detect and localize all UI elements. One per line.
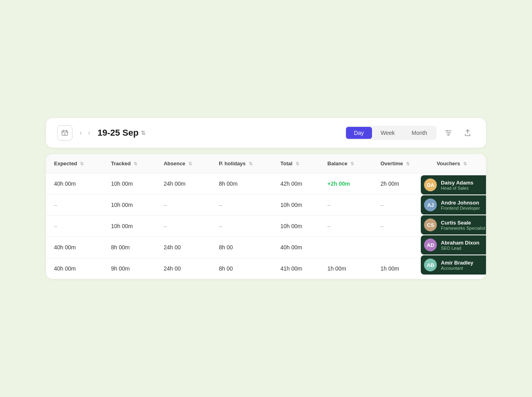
cell-total: 10h 00m: [272, 216, 320, 237]
tab-day[interactable]: Day: [346, 127, 372, 139]
nav-arrows: ‹ ›: [77, 128, 93, 138]
sort-icon-expected: ⇅: [80, 161, 84, 166]
calendar-icon: 23: [61, 129, 68, 136]
filter-icon-btn[interactable]: [441, 126, 456, 140]
cell-expected: 40h 00m: [46, 237, 103, 258]
col-header-overtime[interactable]: Overtime ⇅: [372, 154, 429, 173]
employee-role: Head of Sales: [441, 186, 473, 190]
tab-month[interactable]: Month: [404, 127, 435, 139]
cell-total: 41h 00m: [272, 258, 320, 279]
cell-absence: 24h 00: [156, 258, 211, 279]
prev-arrow-btn[interactable]: ‹: [77, 128, 84, 138]
svg-point-8: [447, 130, 448, 132]
time-table: Expected ⇅ Tracked ⇅ Absence ⇅ P. holida…: [46, 154, 486, 279]
tab-week[interactable]: Week: [373, 127, 403, 139]
cell-balance: –: [320, 194, 373, 216]
employee-role: Frameworks Specialist: [441, 226, 485, 231]
date-range-display: 19-25 Sep ⇅: [98, 128, 146, 138]
table-row: 40h 00m9h 00m24h 008h 0041h 00m1h 00m1h …: [46, 258, 486, 279]
table-card: Expected ⇅ Tracked ⇅ Absence ⇅ P. holida…: [46, 154, 486, 279]
employee-info: Amir BradleyAccountant: [441, 260, 473, 271]
sort-icon-vouchers: ⇅: [463, 161, 467, 166]
cell-expected: 40h 00m: [46, 258, 103, 279]
col-header-p-holidays[interactable]: P. holidays ⇅: [211, 154, 272, 173]
avatar: AJ: [424, 198, 437, 211]
table-row: 40h 00m8h 00m24h 008h 0040h 00m2: [46, 237, 486, 258]
cell-tracked: 10h 00m: [103, 173, 156, 194]
col-header-absence[interactable]: Absence ⇅: [156, 154, 211, 173]
employee-badge[interactable]: ADAbraham DixonSEO Lead: [421, 235, 486, 255]
calendar-icon-btn[interactable]: 23: [57, 125, 72, 140]
col-header-total[interactable]: Total ⇅: [272, 154, 320, 173]
employee-info: Andre JohnsonFrontend Developer: [441, 200, 480, 211]
employee-role: Frontend Developer: [441, 206, 480, 211]
cell-tracked: 10h 00m: [103, 216, 156, 237]
cell-overtime: –: [372, 194, 429, 216]
sort-icon-total: ⇅: [296, 161, 299, 166]
cell-total: 10h 00m: [272, 194, 320, 216]
svg-text:23: 23: [64, 133, 66, 135]
employee-name: Daisy Adams: [441, 180, 473, 186]
svg-point-10: [448, 134, 449, 136]
cell-expected: –: [46, 194, 103, 216]
employee-badge[interactable]: AJAndre JohnsonFrontend Developer: [421, 195, 486, 215]
cell-tracked: 8h 00m: [103, 237, 156, 258]
filter-icon: [444, 129, 452, 137]
employee-name: Andre Johnson: [441, 200, 480, 206]
export-icon: [464, 129, 472, 137]
col-header-expected[interactable]: Expected ⇅: [46, 154, 103, 173]
cell-overtime: 2h 00m: [372, 173, 429, 194]
cell-absence: 24h 00m: [156, 173, 211, 194]
cell-p_holidays: –: [211, 194, 272, 216]
next-arrow-btn[interactable]: ›: [86, 128, 92, 138]
cell-overtime: [372, 237, 429, 258]
cell-p_holidays: –: [211, 216, 272, 237]
cell-p_holidays: 8h 00m: [211, 173, 272, 194]
table-row: 40h 00m10h 00m24h 00m8h 00m42h 00m+2h 00…: [46, 173, 486, 194]
sort-icon-p-holidays: ⇅: [249, 161, 252, 166]
table-row: –10h 00m––10h 00m–––: [46, 194, 486, 216]
employee-badge[interactable]: ABAmir BradleyAccountant: [421, 255, 486, 275]
cell-balance: +2h 00m: [320, 173, 373, 194]
table-row: –10h 00m––10h 00m–––: [46, 216, 486, 237]
cell-balance: –: [320, 216, 373, 237]
page-wrapper: 23 ‹ › 19-25 Sep ⇅ Day Week Month: [46, 118, 486, 279]
cell-p_holidays: 8h 00: [211, 258, 272, 279]
cell-absence: –: [156, 194, 211, 216]
export-icon-btn[interactable]: [460, 126, 475, 140]
svg-point-9: [449, 132, 450, 134]
sort-icon-balance: ⇅: [350, 161, 354, 166]
date-range-text: 19-25 Sep: [98, 128, 139, 138]
employee-badge[interactable]: CSCurtis SealeFrameworks Specialist: [421, 215, 486, 235]
cell-expected: 40h 00m: [46, 173, 103, 194]
employee-role: Accountant: [441, 266, 473, 271]
cell-overtime: 1h 00m: [372, 258, 429, 279]
col-header-tracked[interactable]: Tracked ⇅: [103, 154, 156, 173]
employee-badge[interactable]: DADaisy AdamsHead of Sales: [421, 175, 486, 194]
avatar: AD: [424, 239, 437, 251]
employee-info: Daisy AdamsHead of Sales: [441, 180, 473, 190]
cell-overtime: –: [372, 216, 429, 237]
cell-tracked: 10h 00m: [103, 194, 156, 216]
view-tabs: Day Week Month: [345, 126, 436, 140]
date-sort-icon[interactable]: ⇅: [141, 130, 146, 136]
col-header-balance[interactable]: Balance ⇅: [320, 154, 373, 173]
avatar: DA: [424, 178, 437, 191]
sort-icon-overtime: ⇅: [406, 161, 410, 166]
cell-expected: –: [46, 216, 103, 237]
col-header-vouchers[interactable]: Vouchers ⇅: [429, 154, 486, 173]
sort-icon-tracked: ⇅: [134, 161, 137, 166]
employee-name: Curtis Seale: [441, 220, 485, 226]
cell-tracked: 9h 00m: [103, 258, 156, 279]
employee-role: SEO Lead: [441, 246, 479, 251]
cell-balance: 1h 00m: [320, 258, 373, 279]
sort-icon-absence: ⇅: [188, 161, 192, 166]
employee-info: Curtis SealeFrameworks Specialist: [441, 220, 485, 231]
cell-total: 40h 00m: [272, 237, 320, 258]
employee-info: Abraham DixonSEO Lead: [441, 240, 479, 251]
employee-name: Amir Bradley: [441, 260, 473, 266]
cell-absence: 24h 00: [156, 237, 211, 258]
cell-absence: –: [156, 216, 211, 237]
employee-name: Abraham Dixon: [441, 240, 479, 246]
avatar: CS: [424, 219, 437, 231]
